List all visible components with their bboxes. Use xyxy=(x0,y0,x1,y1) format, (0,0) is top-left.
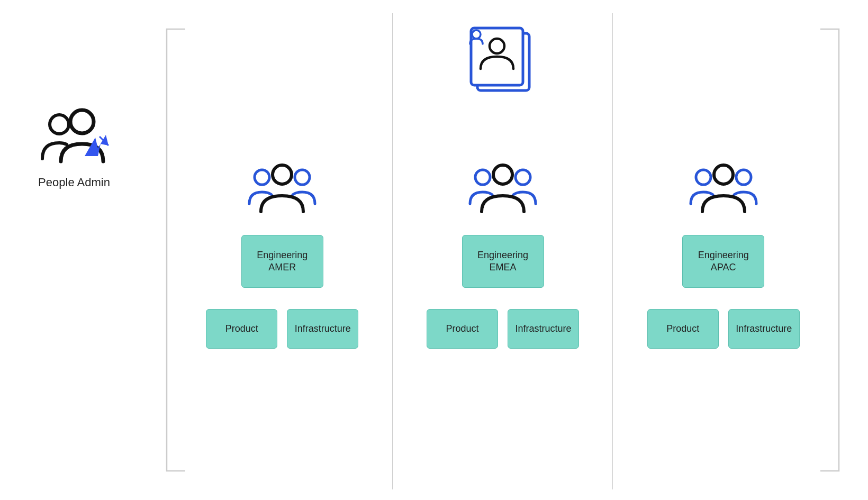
apac-infra-box: Infrastructure xyxy=(728,309,800,349)
svg-point-1 xyxy=(70,110,94,133)
emea-eng-box: EngineeringEMEA xyxy=(462,235,544,288)
svg-point-14 xyxy=(696,170,711,185)
apac-sub-boxes: Product Infrastructure xyxy=(647,309,800,349)
svg-point-11 xyxy=(475,170,490,185)
column-amer: EngineeringAMER Product Infrastructure xyxy=(172,161,393,349)
amer-infra-box: Infrastructure xyxy=(287,309,358,349)
amer-group-icon xyxy=(245,161,319,219)
svg-point-9 xyxy=(295,170,310,185)
canvas: People Admin xyxy=(0,0,868,500)
people-admin-label: People Admin xyxy=(38,176,110,189)
amer-product-box: Product xyxy=(206,309,277,349)
svg-point-13 xyxy=(493,165,512,184)
apac-eng-box: EngineeringAPAC xyxy=(682,235,764,288)
apac-eng-label: EngineeringAPAC xyxy=(698,249,749,274)
column-apac: EngineeringAPAC Product Infrastructure xyxy=(613,161,834,349)
bracket-container: EngineeringAMER Product Infrastructure xyxy=(156,13,849,487)
emea-sub-boxes: Product Infrastructure xyxy=(427,309,579,349)
svg-point-16 xyxy=(714,165,733,184)
apac-group-icon xyxy=(686,161,761,219)
svg-point-0 xyxy=(50,115,69,134)
amer-eng-box: EngineeringAMER xyxy=(241,235,323,288)
column-emea: EngineeringEMEA Product Infrastructure xyxy=(393,161,613,349)
columns-container: EngineeringAMER Product Infrastructure xyxy=(172,161,834,349)
emea-eng-label: EngineeringEMEA xyxy=(477,249,528,274)
emea-infra-box: Infrastructure xyxy=(508,309,579,349)
people-admin-section: People Admin xyxy=(32,106,116,189)
emea-product-box: Product xyxy=(427,309,498,349)
top-center-org-icon xyxy=(466,24,540,101)
svg-point-12 xyxy=(516,170,530,185)
emea-group-icon xyxy=(466,161,540,219)
svg-point-10 xyxy=(273,165,292,184)
people-admin-icon xyxy=(32,106,116,169)
amer-eng-label: EngineeringAMER xyxy=(257,249,308,274)
svg-point-8 xyxy=(255,170,269,185)
amer-sub-boxes: Product Infrastructure xyxy=(206,309,358,349)
svg-point-15 xyxy=(736,170,751,185)
apac-product-box: Product xyxy=(647,309,719,349)
